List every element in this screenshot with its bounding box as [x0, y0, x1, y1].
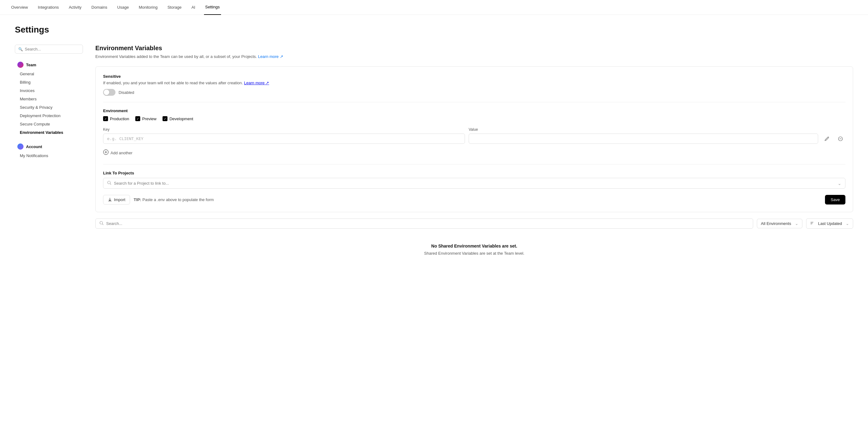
value-input[interactable] — [469, 134, 818, 144]
sensitive-toggle[interactable] — [103, 89, 116, 96]
sidebar-search-container[interactable]: 🔍 — [15, 45, 83, 54]
nav-item-integrations[interactable]: Integrations — [36, 0, 60, 15]
import-label: Import — [114, 197, 125, 202]
environment-label: Environment — [103, 109, 845, 113]
sidebar-account-items: My Notifications — [15, 151, 83, 160]
sidebar-item-billing[interactable]: Billing — [15, 78, 83, 86]
environment-filter-select[interactable]: All Environments ⌄ — [757, 219, 802, 228]
checkbox-preview-box: ✓ — [135, 116, 140, 121]
checkbox-preview-label: Preview — [142, 116, 156, 121]
sort-icon — [810, 221, 814, 226]
key-input[interactable] — [103, 134, 465, 144]
nav-item-activity[interactable]: Activity — [67, 0, 83, 15]
nav-item-overview[interactable]: Overview — [10, 0, 29, 15]
sidebar: 🔍 Team General Billing Invoices Members … — [15, 45, 83, 270]
checkbox-development-label: Development — [169, 116, 193, 121]
sidebar-team-header[interactable]: Team — [15, 60, 83, 70]
tip-text: TIP: Paste a .env above to populate the … — [134, 197, 822, 202]
key-label: Key — [103, 127, 465, 132]
environment-section: Environment ✓ Production ✓ Pre — [103, 109, 845, 121]
sensitive-section: Sensitive If enabled, you and your team … — [103, 74, 845, 96]
checkbox-development[interactable]: ✓ Development — [162, 116, 193, 121]
add-another-button[interactable]: Add another — [103, 147, 845, 158]
link-to-projects-label: Link To Projects — [103, 171, 845, 175]
page-title: Settings — [15, 25, 853, 35]
env-vars-card: Sensitive If enabled, you and your team … — [95, 66, 853, 212]
sidebar-item-members[interactable]: Members — [15, 95, 83, 103]
section-description: Environment Variables added to the Team … — [95, 54, 853, 59]
link-search-input[interactable] — [114, 181, 835, 185]
sidebar-team-items: General Billing Invoices Members Securit… — [15, 70, 83, 137]
kv-row — [103, 134, 845, 144]
sidebar-item-security-privacy[interactable]: Security & Privacy — [15, 103, 83, 112]
checkbox-development-box: ✓ — [162, 116, 167, 121]
environment-checkboxes: ✓ Production ✓ Preview ✓ — [103, 116, 845, 121]
sidebar-item-deployment-protection[interactable]: Deployment Protection — [15, 112, 83, 120]
page: Settings 🔍 Team General Billing Invoices… — [0, 15, 868, 281]
layout: 🔍 Team General Billing Invoices Members … — [15, 45, 853, 270]
sort-select[interactable]: Last Updated ⌄ — [806, 219, 853, 229]
sidebar-search-input[interactable] — [25, 47, 80, 52]
check-icon: ✓ — [136, 117, 139, 120]
team-avatar — [17, 62, 24, 68]
sensitive-desc: If enabled, you and your team will not b… — [103, 81, 845, 85]
tip-content: Paste a .env above to populate the form — [143, 197, 214, 202]
account-avatar — [17, 143, 24, 150]
svg-line-6 — [110, 184, 111, 185]
chevron-down-icon: ⌄ — [838, 181, 841, 186]
remove-icon-button[interactable] — [836, 134, 845, 144]
nav-item-monitoring[interactable]: Monitoring — [137, 0, 159, 15]
key-value-section: Key Value — [103, 127, 845, 144]
link-search-icon — [107, 181, 112, 186]
sensitive-toggle-row: Disabled — [103, 89, 845, 96]
sensitive-label: Sensitive — [103, 74, 845, 79]
kv-labels: Key Value — [103, 127, 845, 132]
check-icon: ✓ — [104, 117, 107, 120]
chevron-down-icon: ⌄ — [795, 221, 798, 226]
sidebar-team-label: Team — [26, 63, 36, 67]
edit-icon-button[interactable] — [822, 134, 832, 144]
add-icon — [103, 149, 108, 156]
search-icon: 🔍 — [18, 47, 23, 52]
sidebar-item-my-notifications[interactable]: My Notifications — [15, 151, 83, 160]
nav-item-settings[interactable]: Settings — [204, 0, 221, 15]
top-nav: OverviewIntegrationsActivityDomainsUsage… — [0, 0, 868, 15]
empty-state-desc: Shared Environment Variables are set at … — [95, 251, 853, 256]
nav-item-ai[interactable]: AI — [190, 0, 196, 15]
sensitive-learn-more-link[interactable]: Learn more ↗ — [244, 81, 269, 85]
sidebar-item-general[interactable]: General — [15, 70, 83, 78]
sidebar-account-label: Account — [26, 144, 42, 149]
add-another-label: Add another — [111, 151, 132, 155]
checkbox-preview[interactable]: ✓ Preview — [135, 116, 156, 121]
checkbox-production[interactable]: ✓ Production — [103, 116, 129, 121]
link-to-projects-section: Link To Projects ⌄ — [103, 171, 845, 189]
sidebar-item-environment-variables[interactable]: Environment Variables — [15, 128, 83, 137]
empty-state: No Shared Environment Variables are set.… — [95, 229, 853, 270]
nav-item-domains[interactable]: Domains — [90, 0, 108, 15]
value-label: Value — [469, 127, 845, 132]
checkbox-production-label: Production — [110, 116, 129, 121]
checkbox-production-box: ✓ — [103, 116, 108, 121]
filter-search-container[interactable] — [95, 219, 753, 229]
action-row: Import TIP: Paste a .env above to popula… — [103, 195, 845, 204]
tip-label: TIP: — [134, 197, 142, 202]
learn-more-link[interactable]: Learn more ↗ — [258, 54, 283, 59]
empty-state-title: No Shared Environment Variables are set. — [95, 243, 853, 249]
save-button[interactable]: Save — [825, 195, 845, 204]
chevron-down-icon: ⌄ — [846, 221, 849, 226]
filter-search-input[interactable] — [106, 221, 749, 226]
toggle-knob — [104, 90, 109, 95]
import-button[interactable]: Import — [103, 195, 130, 204]
sidebar-item-invoices[interactable]: Invoices — [15, 86, 83, 95]
nav-item-usage[interactable]: Usage — [116, 0, 130, 15]
sidebar-team-section: Team General Billing Invoices Members Se… — [15, 60, 83, 137]
nav-item-storage[interactable]: Storage — [166, 0, 183, 15]
link-search-container[interactable]: ⌄ — [103, 178, 845, 189]
svg-line-8 — [102, 224, 103, 225]
sidebar-item-secure-compute[interactable]: Secure Compute — [15, 120, 83, 128]
environment-filter-label: All Environments — [761, 221, 791, 226]
section-title: Environment Variables — [95, 45, 853, 52]
check-icon: ✓ — [164, 117, 166, 120]
sidebar-account-header[interactable]: Account — [15, 142, 83, 151]
sidebar-account-section: Account My Notifications — [15, 142, 83, 160]
